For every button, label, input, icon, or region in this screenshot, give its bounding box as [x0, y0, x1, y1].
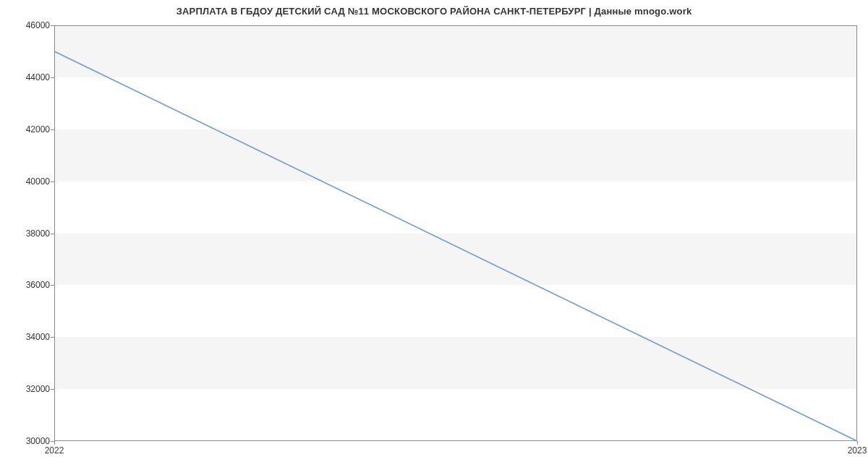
series-line [54, 51, 857, 441]
y-tick-label: 36000 [26, 280, 54, 290]
y-tick-label: 42000 [26, 124, 54, 134]
line-series [54, 25, 857, 441]
y-tick-label: 44000 [26, 72, 54, 82]
plot-area: 3000032000340003600038000400004200044000… [54, 25, 857, 441]
y-tick-label: 46000 [26, 20, 54, 30]
y-tick-label: 34000 [26, 332, 54, 342]
x-tick-label: 2023 [848, 441, 867, 456]
y-tick-label: 32000 [26, 384, 54, 394]
y-tick-label: 40000 [26, 176, 54, 187]
chart-title: ЗАРПЛАТА В ГБДОУ ДЕТСКИЙ САД №11 МОСКОВС… [0, 6, 868, 17]
y-tick-label: 38000 [26, 228, 54, 239]
x-tick-label: 2022 [45, 441, 64, 456]
